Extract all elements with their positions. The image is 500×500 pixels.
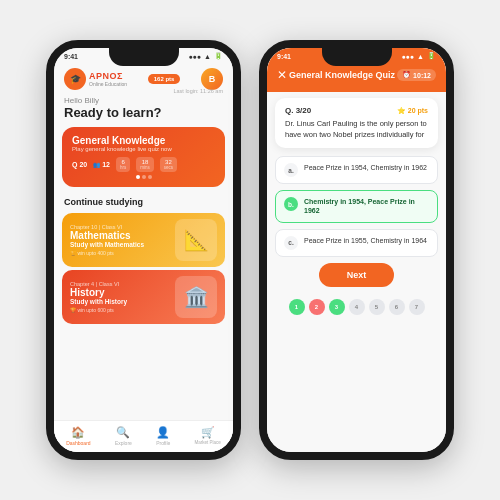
math-subtitle: Study with Mathematics xyxy=(70,241,144,248)
quiz-header-top: ✕ General Knowledge Quiz ⏰ 10:12 xyxy=(277,68,436,82)
app-logo: 🎓 ΑΡΝΟΣ Online Education xyxy=(64,68,127,90)
status-icons-2: ●●● ▲ 🔋 xyxy=(401,52,436,60)
history-win: 🏆 win upto 600 pts xyxy=(70,307,127,313)
question-header: Q. 3/20 ⭐ 20 pts xyxy=(285,106,428,115)
question-number: Q. 3/20 xyxy=(285,106,311,115)
history-card[interactable]: Chapter 4 | Class VI History Study with … xyxy=(62,270,225,324)
progress-4[interactable]: 4 xyxy=(349,299,365,315)
gk-secs: 32 secs xyxy=(160,157,177,172)
logo-text: ΑΡΝΟΣ xyxy=(89,71,127,81)
profile-icon: 👤 xyxy=(156,426,170,439)
phone-1-screen: 9:41 ●●● ▲ 🔋 🎓 ΑΡΝΟΣ Online Education 16… xyxy=(54,48,233,452)
progress-2[interactable]: 2 xyxy=(309,299,325,315)
math-illustration: 📐 xyxy=(175,219,217,261)
status-icons-1: ●●● ▲ 🔋 xyxy=(188,52,223,60)
nav-explore[interactable]: 🔍 Explore xyxy=(115,426,132,446)
answer-a-text: Peace Prize in 1954, Chemistry in 1962 xyxy=(304,163,427,172)
phone-notch-1 xyxy=(109,48,179,66)
history-subtitle: Study with History xyxy=(70,298,127,305)
progress-bar: 1 2 3 4 5 6 7 xyxy=(267,299,446,321)
nav-dashboard-label: Dashboard xyxy=(66,440,90,446)
question-points: ⭐ 20 pts xyxy=(397,107,428,115)
phone-2: 9:41 ●●● ▲ 🔋 ✕ General Knowledge Quiz ⏰ … xyxy=(259,40,454,460)
gk-subtitle: Play general knowledge live quiz now xyxy=(72,146,215,152)
answer-b-label: b. xyxy=(284,197,298,211)
home-icon: 🏠 xyxy=(71,426,85,439)
math-title: Mathematics xyxy=(70,230,144,241)
history-chapter: Chapter 4 | Class VI xyxy=(70,281,127,287)
nav-marketplace-label: Market Place xyxy=(195,440,221,445)
clock-icon: ⏰ xyxy=(402,71,411,79)
answer-a-label: a. xyxy=(284,163,298,177)
star-icon: ⭐ xyxy=(397,107,406,115)
gk-title: General Knowledge xyxy=(72,135,215,146)
nav-marketplace[interactable]: 🛒 Market Place xyxy=(195,426,221,446)
math-win: 🏆 win upto 400 pts xyxy=(70,250,144,256)
history-illustration: 🏛️ xyxy=(175,276,217,318)
time-2: 9:41 xyxy=(277,53,291,60)
gk-questions: Q 20 xyxy=(72,161,87,168)
next-button[interactable]: Next xyxy=(319,263,395,287)
gk-pagination xyxy=(72,175,215,179)
headline-text: Ready to learn? xyxy=(64,105,223,121)
progress-1[interactable]: 1 xyxy=(289,299,305,315)
close-button[interactable]: ✕ xyxy=(277,68,287,82)
nav-dashboard[interactable]: 🏠 Dashboard xyxy=(66,426,90,446)
progress-6[interactable]: 6 xyxy=(389,299,405,315)
nav-profile-label: Profile xyxy=(156,440,170,446)
user-avatar: B xyxy=(201,68,223,90)
phone-1: 9:41 ●●● ▲ 🔋 🎓 ΑΡΝΟΣ Online Education 16… xyxy=(46,40,241,460)
section-title: Continue studying xyxy=(54,193,233,210)
logo-icon: 🎓 xyxy=(64,68,86,90)
gk-stats: Q 20 👥 12 6 hrs 18 mins 32 secs xyxy=(72,157,215,172)
history-card-content: Chapter 4 | Class VI History Study with … xyxy=(70,281,127,313)
history-title: History xyxy=(70,287,127,298)
answer-c-label: c. xyxy=(284,236,298,250)
gk-hours: 6 hrs xyxy=(116,157,130,172)
explore-icon: 🔍 xyxy=(116,426,130,439)
answer-c-text: Peace Prize in 1955, Chemistry in 1964 xyxy=(304,236,427,245)
quiz-header: ✕ General Knowledge Quiz ⏰ 10:12 xyxy=(267,62,446,92)
logo-tagline: Online Education xyxy=(89,81,127,87)
question-text: Dr. Linus Carl Pauling is the only perso… xyxy=(285,119,428,140)
progress-7[interactable]: 7 xyxy=(409,299,425,315)
answer-a[interactable]: a. Peace Prize in 1954, Chemistry in 196… xyxy=(275,156,438,184)
time-1: 9:41 xyxy=(64,53,78,60)
nav-profile[interactable]: 👤 Profile xyxy=(156,426,170,446)
gk-players: 👥 12 xyxy=(93,161,110,168)
nav-explore-label: Explore xyxy=(115,440,132,446)
hello-text: Hello Billy xyxy=(64,96,223,105)
timer: ⏰ 10:12 xyxy=(397,69,436,81)
gk-mins: 18 mins xyxy=(136,157,154,172)
phone-notch-2 xyxy=(322,48,392,66)
marketplace-icon: 🛒 xyxy=(201,426,215,439)
question-card: Q. 3/20 ⭐ 20 pts Dr. Linus Carl Pauling … xyxy=(275,98,438,148)
answer-b-text: Chemistry in 1954, Peace Prize in 1962 xyxy=(304,197,429,216)
answer-b[interactable]: b. Chemistry in 1954, Peace Prize in 196… xyxy=(275,190,438,223)
gk-card[interactable]: General Knowledge Play general knowledge… xyxy=(62,127,225,187)
phone-2-screen: 9:41 ●●● ▲ 🔋 ✕ General Knowledge Quiz ⏰ … xyxy=(267,48,446,452)
greeting-section: Hello Billy Ready to learn? xyxy=(54,94,233,121)
points-badge: 162 pts xyxy=(148,74,181,84)
math-card[interactable]: Chapter 10 | Class VI Mathematics Study … xyxy=(62,213,225,267)
timer-value: 10:12 xyxy=(413,72,431,79)
math-card-content: Chapter 10 | Class VI Mathematics Study … xyxy=(70,224,144,256)
progress-5[interactable]: 5 xyxy=(369,299,385,315)
quiz-title: General Knowledge Quiz xyxy=(287,70,397,80)
bottom-nav: 🏠 Dashboard 🔍 Explore 👤 Profile 🛒 Market… xyxy=(54,420,233,452)
answer-c[interactable]: c. Peace Prize in 1955, Chemistry in 196… xyxy=(275,229,438,257)
quiz-body: Q. 3/20 ⭐ 20 pts Dr. Linus Carl Pauling … xyxy=(267,92,446,299)
progress-3[interactable]: 3 xyxy=(329,299,345,315)
